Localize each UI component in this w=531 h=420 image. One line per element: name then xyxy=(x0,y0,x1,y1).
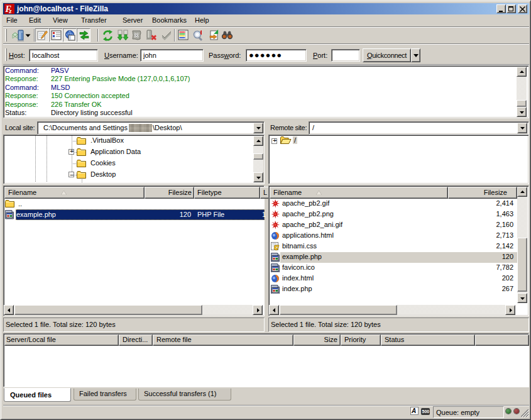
svg-text:z: z xyxy=(9,8,12,14)
